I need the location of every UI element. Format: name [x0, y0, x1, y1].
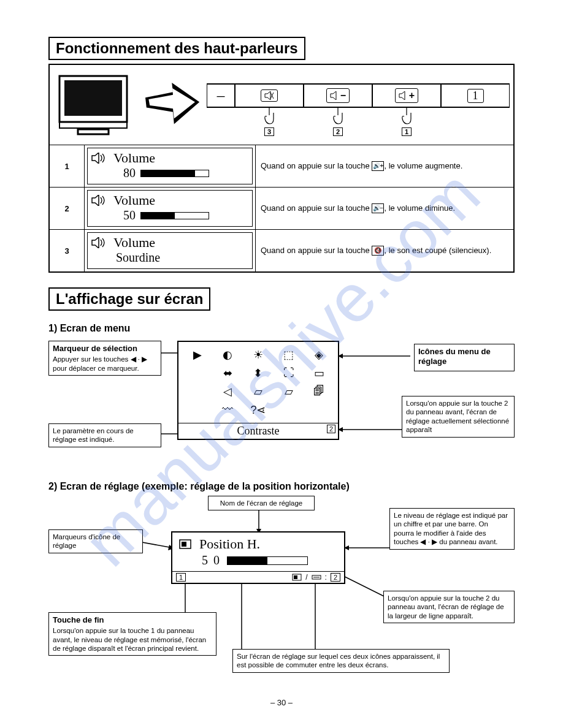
description: Quand on appuie sur la touche 🔊+, le vol…	[256, 145, 515, 188]
callout-icon-markers: Marqueurs d'icône de réglage	[48, 529, 143, 553]
hand-icon	[262, 107, 276, 125]
adjust-diagram: Nom de l'écran de réglage Marqueurs d'ic…	[48, 496, 515, 686]
brightness-icon: ☀	[247, 348, 270, 362]
row-number: 3	[49, 230, 85, 273]
hsize-icon: ⬌	[216, 366, 240, 380]
monitor-icon	[53, 71, 139, 138]
callout-press-2: Lorsqu'on appuie sur la touche 2 du pann…	[402, 396, 515, 438]
callout-level: Le niveau de réglage est indiqué par un …	[389, 508, 515, 550]
vol-down-inline-icon: 🔊−	[372, 203, 384, 213]
svg-rect-3	[78, 129, 109, 134]
vol-up-inline-icon: 🔊+	[372, 161, 384, 171]
key-2: 2	[331, 573, 340, 582]
osd-volume-display: Volume 80	[87, 148, 253, 184]
selection-marker-icon: ▶	[186, 348, 209, 362]
callout-menu-icons: Icônes du menu de réglage	[414, 344, 515, 371]
row-number: 1	[49, 145, 85, 188]
callout-current-param: Le paramètre en cours de réglage est ind…	[48, 423, 161, 447]
contrast-icon: ◐	[216, 348, 240, 362]
lang-icon: ?⋖	[247, 403, 270, 417]
svg-marker-9	[331, 91, 336, 100]
callout-screen-name: Nom de l'écran de réglage	[208, 496, 315, 510]
hpos-icon: ⬚	[277, 348, 301, 362]
end-key-1: 1	[176, 573, 186, 582]
arrow-icon	[145, 77, 201, 132]
illustration-row: — 3 − 2	[49, 64, 514, 145]
speaker-icon	[330, 91, 339, 100]
speaker-icon	[399, 91, 407, 100]
callout-switch: Sur l'écran de réglage sur lequel ces de…	[232, 649, 450, 673]
trap-icon: ▱	[247, 385, 270, 398]
description: Quand on appuie sur la touche 🔇, le son …	[256, 230, 515, 273]
parallel-icon: ▱	[277, 385, 301, 398]
subsection2-title: 2) Ecran de réglage (exemple: réglage de…	[48, 481, 515, 492]
table-row: 2 Volume 50 Quand on appuie sur la touch…	[49, 188, 514, 230]
svg-rect-1	[64, 80, 122, 116]
section2-title: L'affichage sur écran	[48, 287, 210, 311]
row-number: 2	[49, 188, 85, 230]
hand-icon	[400, 107, 413, 125]
section1-title: Fonctionnement des haut-parleurs	[48, 37, 305, 60]
mute-button[interactable]	[261, 89, 278, 102]
geom-icon: ▭	[307, 366, 331, 380]
callout-press-2b: Lorsqu'on appuie sur la touche 2 du pann…	[383, 591, 515, 623]
svg-marker-6	[265, 91, 270, 100]
zoom-icon: ⛶	[277, 366, 301, 380]
callout-selection-marker: Marqueur de sélection Appuyer sur les to…	[48, 341, 161, 376]
speaker-table: — 3 − 2	[48, 64, 515, 273]
speaker-mute-icon	[264, 91, 274, 100]
svg-marker-11	[92, 153, 99, 164]
svg-rect-39	[294, 575, 297, 579]
callout-end-key: Touche de fin Lorsqu'on appuie sur la to…	[48, 612, 216, 656]
osd-adjust-panel: Position H. 5 0 1 / : 2	[171, 531, 345, 584]
volume-down-button[interactable]: −	[326, 88, 350, 103]
speaker-sound-icon	[91, 153, 107, 164]
menu-diagram: Marqueur de sélection Appuyer sur les to…	[48, 338, 515, 472]
svg-line-28	[340, 574, 389, 599]
svg-marker-13	[92, 237, 99, 248]
switch-icons: / : 2	[292, 573, 340, 582]
subsection1-title: 1) Ecran de menu	[48, 323, 515, 334]
vpos-icon: ◈	[307, 348, 331, 362]
description: Quand on appuie sur la touche 🔊−, le vol…	[256, 188, 515, 230]
menu-current-label: Contraste 2	[178, 423, 338, 439]
osd-volume-display: Volume Sourdine	[87, 232, 253, 269]
svg-marker-10	[399, 91, 405, 100]
pincushion-icon: ◁	[216, 385, 240, 398]
recall-icon: 🗐	[307, 385, 331, 398]
table-row: 1 Volume 80 Quand on appuie sur la touch…	[49, 145, 514, 188]
table-row: 3 Volume Sourdine Quand on appuie sur la…	[49, 230, 514, 273]
page-number: – 30 –	[48, 698, 515, 707]
speaker-sound-icon	[91, 195, 107, 206]
hpos-icon	[178, 539, 192, 550]
svg-rect-37	[182, 542, 186, 547]
degauss-icon: 〰	[216, 403, 240, 417]
one-button[interactable]: 1	[467, 89, 484, 103]
front-panel-buttons: — 3 − 2	[207, 83, 510, 108]
corner-number-2: 2	[327, 425, 335, 433]
hand-icon	[331, 107, 345, 125]
speaker-sound-icon	[91, 237, 107, 248]
svg-marker-12	[92, 195, 99, 206]
vsize-icon: ⬍	[247, 366, 270, 380]
osd-menu-panel: ▶ ◐ ☀ ⬚ ◈ ⬌ ⬍ ⛶ ▭ ◁ ▱ ▱ 🗐 〰 ?⋖	[177, 341, 339, 440]
volume-up-button[interactable]: +	[395, 88, 418, 103]
osd-volume-display: Volume 50	[87, 190, 253, 227]
mute-inline-icon: 🔇	[372, 246, 384, 256]
